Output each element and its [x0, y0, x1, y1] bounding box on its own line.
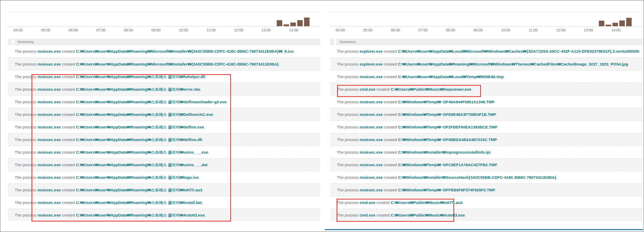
timeline-tick-mark: [73, 26, 74, 28]
row-end-punctuation: .: [208, 150, 209, 154]
summary-row[interactable]: The process msiexec.exe created C:₩Windo…: [330, 133, 643, 146]
file-path: C:₩Users₩user₩AppData₩Roaming₩스트레스 클리어₩A…: [76, 213, 205, 217]
process-name: msiexec.exe: [360, 74, 383, 79]
summary-row[interactable]: The process msiexec.exe created C:₩Windo…: [330, 121, 643, 133]
histogram-bar[interactable]: [619, 20, 625, 26]
row-prefix-text: The process: [15, 100, 38, 104]
summary-row[interactable]: The process msiexec.exe created C:₩Users…: [8, 171, 320, 184]
row-prefix-text: The process: [337, 163, 360, 167]
row-end-punctuation: .: [200, 87, 201, 91]
summary-row[interactable]: The process msiexec.exe created C:₩Users…: [8, 184, 320, 196]
row-prefix-text: The process: [15, 150, 38, 154]
summary-label: Summary: [18, 40, 34, 44]
created-text: created: [61, 49, 76, 53]
process-name: msiexec.exe: [38, 87, 61, 91]
timeline-tick-label: 11:00: [207, 28, 216, 32]
row-prefix-text: The process: [337, 213, 360, 217]
row-end-punctuation: .: [205, 74, 206, 79]
summary-row[interactable]: The process cmd.exe created C:₩Users₩Pub…: [330, 83, 643, 95]
timeline-tick-mark: [506, 26, 506, 28]
histogram-bar[interactable]: [284, 24, 289, 26]
timeline-tick-mark: [368, 26, 368, 28]
summary-row[interactable]: The process msiexec.exe created C:₩Users…: [330, 70, 643, 83]
summary-row[interactable]: The process msiexec.exe created C:₩Windo…: [330, 158, 643, 171]
summary-column-header[interactable]: Summary: [14, 39, 320, 45]
timeline-tick-mark: [266, 26, 266, 28]
file-path: C:₩Windows₩Temp₩~DFFEB6F9F574F829F2.TMP: [398, 188, 495, 192]
created-text: created: [383, 62, 398, 66]
summary-row[interactable]: The process explorer.exe created C:₩User…: [330, 58, 643, 70]
summary-row[interactable]: The process cmd.exe created C:₩Users₩Pub…: [330, 209, 643, 221]
summary-row[interactable]: The process msiexec.exe created C:₩Users…: [8, 58, 320, 70]
summary-row[interactable]: The process explorer.exe created C:₩User…: [330, 45, 643, 58]
row-end-punctuation: .: [202, 200, 203, 205]
created-text: created: [375, 87, 391, 91]
histogram-bar[interactable]: [612, 23, 618, 26]
created-text: created: [61, 213, 76, 217]
histogram-bar[interactable]: [297, 20, 303, 26]
row-end-punctuation: .: [465, 213, 466, 217]
summary-row[interactable]: The process msiexec.exe created C:₩Users…: [8, 158, 320, 171]
summary-row[interactable]: The process msiexec.exe created C:₩Windo…: [330, 146, 643, 158]
summary-row[interactable]: The process msiexec.exe created C:₩Windo…: [330, 171, 643, 184]
summary-row[interactable]: The process msiexec.exe created C:₩Users…: [8, 83, 320, 95]
created-text: created: [383, 137, 398, 142]
summary-row[interactable]: The process msiexec.exe created C:₩Users…: [8, 196, 320, 209]
file-path: C:₩Windows₩Temp₩~DFE9E48A3F708E4F1B.TMP: [398, 112, 496, 117]
timeline-tick-label: 10:00: [179, 28, 188, 32]
row-end-punctuation: .: [213, 112, 214, 117]
process-name: msiexec.exe: [38, 150, 61, 154]
row-end-punctuation: .: [463, 200, 464, 205]
summary-row[interactable]: The process msiexec.exe created C:₩Users…: [8, 121, 320, 133]
bottom-accent-line: [325, 229, 643, 230]
file-path: C:₩Users₩user₩AppData₩Roaming₩스트레스 클리어₩d…: [76, 100, 227, 104]
process-name: msiexec.exe: [38, 175, 61, 180]
summary-row[interactable]: The process msiexec.exe created C:₩Users…: [8, 133, 320, 146]
created-text: created: [61, 163, 76, 167]
file-path: C:₩Users₩user₩AppData₩Local₩Microsoft₩Wi…: [398, 49, 639, 53]
summary-row[interactable]: The process msiexec.exe created C:₩Users…: [8, 70, 320, 83]
row-end-punctuation: .: [279, 62, 280, 66]
summary-column-header[interactable]: Summary: [336, 39, 643, 45]
summary-row[interactable]: The process msiexec.exe created C:₩Windo…: [330, 108, 643, 121]
summary-row[interactable]: The process cmd.exe created C:₩Users₩Pub…: [330, 196, 643, 209]
row-prefix-text: The process: [337, 62, 360, 66]
timeline-tick-label: 13:00: [261, 28, 271, 32]
timeline-tick-label: 06:00: [391, 28, 400, 32]
summary-row[interactable]: The process msiexec.exe created C:₩Users…: [8, 209, 320, 221]
row-prefix-text: The process: [337, 125, 360, 129]
row-end-punctuation: .: [504, 74, 505, 79]
created-text: created: [61, 125, 76, 129]
histogram-bar[interactable]: [277, 20, 282, 26]
process-name: explorer.exe: [360, 62, 383, 66]
process-name: msiexec.exe: [360, 100, 383, 104]
row-prefix-text: The process: [15, 74, 38, 79]
file-path: C:₩Users₩user₩AppData₩Roaming₩스트레스 클리어₩i…: [76, 200, 202, 205]
row-prefix-text: The process: [15, 200, 38, 205]
summary-row[interactable]: The process msiexec.exe created C:₩Users…: [8, 95, 320, 108]
process-name: msiexec.exe: [38, 125, 61, 129]
row-end-punctuation: .: [202, 188, 203, 192]
row-prefix-text: The process: [337, 200, 360, 205]
created-text: created: [383, 175, 398, 180]
created-text: created: [383, 112, 398, 117]
process-name: msiexec.exe: [38, 188, 61, 192]
row-prefix-text: The process: [337, 175, 360, 180]
histogram-bar[interactable]: [599, 21, 604, 26]
histogram-bar[interactable]: [290, 23, 296, 26]
histogram-bar[interactable]: [606, 25, 611, 26]
summary-row[interactable]: The process msiexec.exe created C:₩Users…: [8, 45, 320, 58]
process-name: msiexec.exe: [38, 213, 61, 217]
timeline-tick-mark: [239, 26, 239, 28]
summary-row[interactable]: The process msiexec.exe created C:₩Windo…: [330, 184, 643, 196]
process-name: msiexec.exe: [38, 74, 61, 79]
summary-row[interactable]: The process msiexec.exe created C:₩Users…: [8, 146, 320, 158]
row-end-punctuation: .: [496, 112, 497, 117]
histogram-bar[interactable]: [304, 18, 310, 26]
summary-row[interactable]: The process msiexec.exe created C:₩Windo…: [330, 95, 643, 108]
histogram-bar[interactable]: [626, 18, 632, 26]
row-prefix-text: The process: [15, 137, 38, 142]
summary-row[interactable]: The process msiexec.exe created C:₩Users…: [8, 108, 320, 121]
row-prefix-text: The process: [337, 188, 360, 192]
row-end-punctuation: .: [202, 137, 203, 142]
